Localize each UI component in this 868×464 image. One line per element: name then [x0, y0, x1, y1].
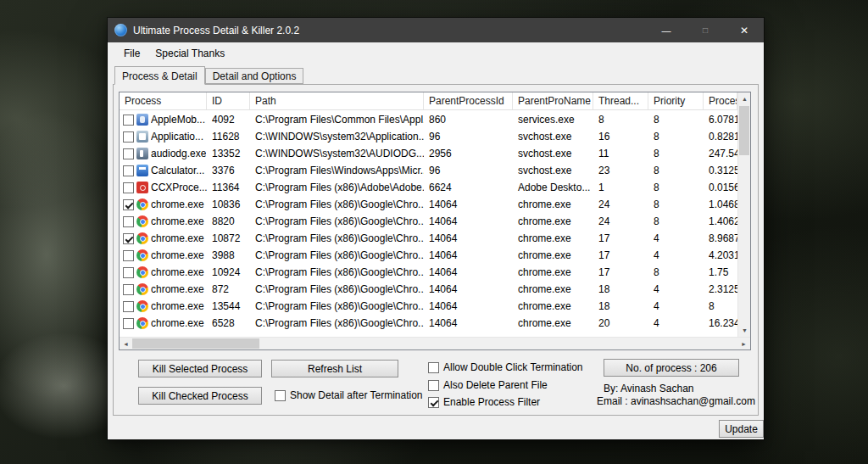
table-row[interactable]: chrome.exe 8820 C:\Program Files (x86)\G…: [120, 213, 737, 230]
title-bar[interactable]: Ultimate Process Detail & Killer 2.0.2 —…: [108, 18, 764, 42]
show-detail-after-termination-checkbox[interactable]: Show Detail after Termination: [275, 389, 423, 401]
cell-process-wrap: Applicatio...: [120, 131, 207, 143]
enable-process-filter-checkbox[interactable]: Enable Process Filter: [428, 396, 540, 408]
allow-double-click-termination-checkbox[interactable]: Allow Double Click Termination: [428, 361, 583, 373]
checkbox-box[interactable]: [428, 380, 439, 391]
column-header[interactable]: Path: [250, 92, 424, 109]
column-header[interactable]: Thread...: [593, 92, 648, 109]
minimize-button[interactable]: —: [647, 18, 686, 42]
cell-path: C:\WINDOWS\system32\AUDIODG...: [250, 148, 424, 159]
cell-parent-id: 14064: [424, 215, 513, 227]
refresh-list-button[interactable]: Refresh List: [271, 360, 398, 377]
cell-parent-id: 14064: [424, 266, 513, 278]
vertical-scrollbar[interactable]: ▲ ▼: [737, 92, 750, 337]
scroll-down-icon[interactable]: ▼: [738, 324, 751, 337]
table-row[interactable]: chrome.exe 3988 C:\Program Files (x86)\G…: [120, 247, 737, 264]
cell-process: chrome.exe: [151, 215, 204, 227]
kill-checked-process-button[interactable]: Kill Checked Process: [138, 387, 262, 405]
cell-process-wrap: chrome.exe: [120, 232, 207, 244]
menu-file[interactable]: File: [116, 42, 147, 64]
row-checkbox[interactable]: [123, 284, 134, 295]
row-checkbox[interactable]: [123, 233, 134, 244]
table-row[interactable]: audiodg.exe 13352 C:\WINDOWS\system32\AU…: [120, 145, 737, 162]
row-checkbox[interactable]: [123, 182, 134, 193]
cell-parent-name: chrome.exe: [513, 317, 593, 329]
maximize-button[interactable]: □: [686, 18, 725, 42]
table-row[interactable]: chrome.exe 6528 C:\Program Files (x86)\G…: [120, 315, 737, 332]
update-button[interactable]: Update: [719, 420, 764, 438]
cell-cpu: 1.0468: [704, 198, 737, 210]
checkbox-box[interactable]: [428, 397, 439, 408]
audiodg-icon: [136, 148, 148, 159]
table-row[interactable]: chrome.exe 10924 C:\Program Files (x86)\…: [120, 264, 737, 281]
checkbox-box[interactable]: [428, 362, 439, 373]
cell-cpu: 247.54: [704, 148, 737, 159]
column-header[interactable]: ParentProName: [513, 92, 593, 109]
cell-id: 3376: [207, 165, 250, 176]
cell-parent-name: chrome.exe: [513, 266, 593, 278]
row-checkbox[interactable]: [123, 318, 134, 329]
cell-parent-name: chrome.exe: [513, 249, 593, 261]
cell-id: 10872: [207, 232, 250, 244]
column-header[interactable]: Proces...: [704, 92, 737, 109]
checkbox-label: Also Delete Parent File: [443, 379, 548, 391]
tab-strip: Process & Detail Detail and Options: [114, 66, 303, 84]
chrome-icon: [136, 266, 148, 278]
row-checkbox[interactable]: [123, 199, 134, 210]
column-header[interactable]: Priority: [648, 92, 704, 109]
also-delete-parent-file-checkbox[interactable]: Also Delete Parent File: [428, 379, 548, 391]
cell-process-wrap: chrome.exe: [120, 215, 207, 227]
row-checkbox[interactable]: [123, 165, 134, 176]
apple-mobile-icon: [136, 114, 148, 126]
column-header[interactable]: Process: [120, 92, 207, 109]
cell-process-wrap: CCXProce...: [120, 182, 207, 193]
row-checkbox[interactable]: [123, 301, 134, 312]
cell-path: C:\Program Files (x86)\Google\Chro...: [250, 232, 424, 244]
cell-threads: 24: [593, 198, 648, 210]
cell-process: chrome.exe: [151, 283, 204, 295]
cell-parent-id: 6624: [424, 182, 513, 193]
cell-process: CCXProce...: [151, 182, 207, 193]
row-checkbox[interactable]: [123, 115, 134, 126]
cell-id: 6528: [207, 317, 250, 329]
cell-id: 4092: [207, 114, 250, 126]
table-row[interactable]: chrome.exe 10872 C:\Program Files (x86)\…: [120, 230, 737, 247]
cell-cpu: 2.3125: [704, 283, 737, 295]
row-checkbox[interactable]: [123, 267, 134, 278]
horizontal-scroll-track[interactable]: [132, 338, 737, 349]
table-row[interactable]: chrome.exe 872 C:\Program Files (x86)\Go…: [120, 281, 737, 298]
row-checkbox[interactable]: [123, 250, 134, 261]
kill-selected-process-button[interactable]: Kill Selected Process: [138, 360, 262, 377]
close-button[interactable]: ✕: [725, 18, 764, 42]
checkbox-box[interactable]: [275, 390, 286, 401]
tab-detail-and-options[interactable]: Detail and Options: [205, 68, 304, 84]
scroll-left-icon[interactable]: ◄: [120, 338, 132, 350]
row-checkbox[interactable]: [123, 148, 134, 159]
row-checkbox[interactable]: [123, 216, 134, 227]
cell-id: 10836: [207, 198, 250, 210]
table-row[interactable]: AppleMob... 4092 C:\Program Files\Common…: [120, 111, 737, 128]
menu-special-thanks[interactable]: Special Thanks: [147, 42, 232, 64]
vertical-scroll-thumb[interactable]: [739, 106, 749, 155]
vertical-scroll-track[interactable]: [738, 105, 750, 324]
column-header[interactable]: ID: [207, 92, 250, 109]
table-row[interactable]: Calculator... 3376 C:\Program Files\Wind…: [120, 162, 737, 179]
horizontal-scroll-thumb[interactable]: [132, 338, 259, 349]
menu-bar: File Special Thanks: [108, 42, 764, 64]
column-header[interactable]: ParentProcessId: [424, 92, 513, 109]
table-row[interactable]: CCXProce... 11364 C:\Program Files (x86)…: [120, 179, 737, 196]
checkbox-label: Enable Process Filter: [443, 396, 540, 408]
scroll-up-icon[interactable]: ▲: [738, 92, 751, 105]
cell-parent-name: chrome.exe: [513, 232, 593, 244]
row-checkbox[interactable]: [123, 131, 134, 143]
table-row[interactable]: chrome.exe 13544 C:\Program Files (x86)\…: [120, 298, 737, 315]
tab-process-and-detail[interactable]: Process & Detail: [114, 66, 205, 85]
scroll-right-icon[interactable]: ►: [737, 338, 750, 350]
table-row[interactable]: Applicatio... 11628 C:\WINDOWS\system32\…: [120, 128, 737, 145]
cell-id: 13544: [207, 300, 250, 312]
cell-cpu: 4.2031: [704, 249, 737, 261]
horizontal-scrollbar[interactable]: ◄ ►: [120, 337, 750, 349]
table-row[interactable]: chrome.exe 10836 C:\Program Files (x86)\…: [120, 196, 737, 213]
cell-parent-name: services.exe: [513, 114, 593, 126]
cell-threads: 17: [593, 266, 648, 278]
